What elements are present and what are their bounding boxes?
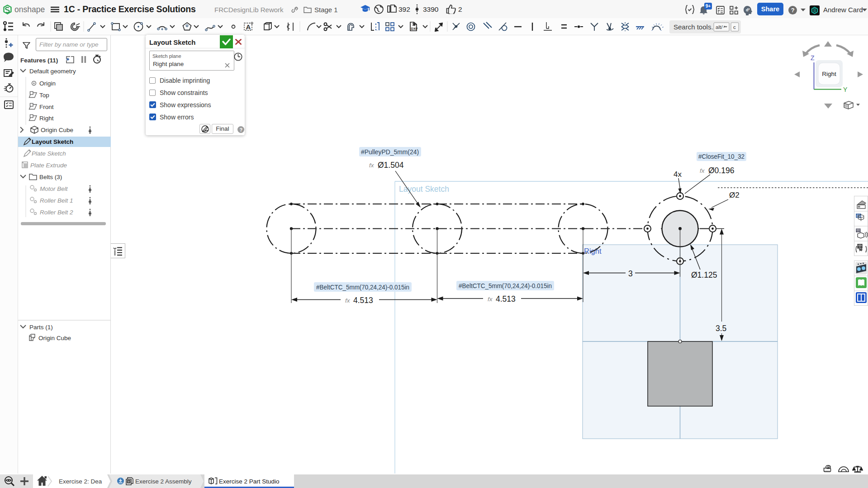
svg-text:Top: Top [39, 92, 49, 99]
svg-text:4.513: 4.513 [496, 294, 516, 303]
svg-text:?: ? [791, 7, 795, 14]
svg-text:Belts (3): Belts (3) [39, 174, 62, 180]
svg-text:c: c [733, 24, 736, 30]
svg-text:fx: fx [369, 162, 375, 169]
svg-text:d²: d² [746, 8, 750, 12]
svg-text:Exercise 2: Dea: Exercise 2: Dea [59, 478, 102, 485]
svg-text:Ø1.504: Ø1.504 [378, 161, 404, 170]
svg-text:fx: fx [345, 297, 351, 304]
svg-text:4.513: 4.513 [353, 296, 373, 305]
svg-text:Exercise 2 Part Studio: Exercise 2 Part Studio [219, 478, 280, 485]
svg-text:Right: Right [822, 71, 836, 77]
svg-text:#PulleyPD_5mm(24): #PulleyPD_5mm(24) [361, 148, 419, 156]
svg-text:Search tools...: Search tools... [674, 23, 717, 31]
svg-text:fx: fx [700, 167, 705, 174]
svg-text:#BeltCTC_5mm(70,24,24)-0.015in: #BeltCTC_5mm(70,24,24)-0.015in [459, 282, 552, 289]
svg-text:Plate Extrude: Plate Extrude [30, 162, 67, 169]
svg-text:Ø0.196: Ø0.196 [708, 166, 734, 175]
svg-text:DXF: DXF [411, 27, 418, 31]
svg-text:Y: Y [843, 86, 848, 93]
svg-text:#BeltCTC_5mm(70,24,24)-0.015in: #BeltCTC_5mm(70,24,24)-0.015in [316, 283, 409, 291]
svg-text:Layout Sketch: Layout Sketch [32, 138, 73, 145]
svg-text:Roller Belt 2: Roller Belt 2 [40, 209, 73, 216]
svg-text:alt/: alt/ [716, 24, 723, 30]
svg-text:3: 3 [628, 269, 633, 278]
svg-text:fx: fx [488, 296, 493, 303]
svg-text:Origin Cube: Origin Cube [38, 335, 71, 341]
svg-text:Z: Z [811, 54, 815, 62]
svg-text:Origin Cube: Origin Cube [41, 127, 73, 133]
svg-text:4x: 4x [674, 170, 682, 179]
svg-text:Default geometry: Default geometry [29, 68, 76, 75]
svg-text:Motor Belt: Motor Belt [40, 185, 68, 192]
svg-text:Layout Sketch: Layout Sketch [399, 185, 449, 194]
svg-text:Plate Sketch: Plate Sketch [32, 150, 66, 157]
svg-text:Parts (1): Parts (1) [29, 324, 53, 331]
svg-text:Origin: Origin [39, 80, 56, 87]
svg-text:A: A [246, 23, 251, 31]
svg-text:Ø1.125: Ø1.125 [691, 270, 717, 280]
svg-text:3.5: 3.5 [716, 324, 726, 333]
svg-text:?: ? [240, 127, 243, 133]
svg-text:Ø2: Ø2 [729, 191, 740, 199]
svg-text:Exercise 2 Assembly: Exercise 2 Assembly [135, 478, 192, 485]
svg-text:#CloseFit_10_32: #CloseFit_10_32 [698, 152, 745, 160]
svg-text:onshape: onshape [14, 5, 45, 14]
svg-text:Front: Front [39, 104, 54, 110]
svg-text:Roller Belt 1: Roller Belt 1 [40, 197, 73, 204]
svg-text:Right: Right [39, 115, 54, 122]
